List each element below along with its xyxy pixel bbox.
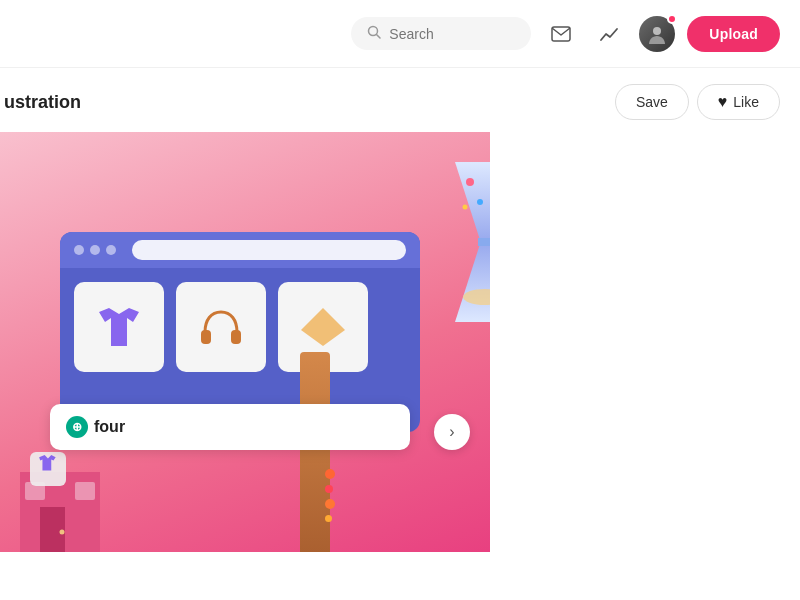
save-button[interactable]: Save (615, 84, 689, 120)
like-label: Like (733, 94, 759, 110)
notification-badge (667, 14, 677, 24)
search-input[interactable] (389, 26, 515, 42)
avatar-button[interactable] (639, 16, 675, 52)
search-icon (367, 25, 381, 42)
page-title: ustration (4, 92, 81, 113)
confetti-dot-3 (325, 499, 335, 509)
svg-line-1 (377, 35, 381, 39)
browser-url-bar (132, 240, 406, 260)
four-brand-text: four (94, 418, 125, 436)
confetti-dot-4 (325, 515, 332, 522)
action-buttons: Save ♥ Like (615, 84, 780, 120)
svg-rect-2 (552, 27, 570, 41)
tshirt-svg (93, 304, 145, 350)
content-area: ustration Save ♥ Like (0, 68, 800, 552)
confetti-group (325, 469, 335, 522)
svg-rect-4 (201, 330, 211, 344)
svg-point-8 (466, 178, 474, 186)
side-post (300, 352, 330, 552)
upload-button[interactable]: Upload (687, 16, 780, 52)
confetti-dot-1 (325, 469, 335, 479)
svg-point-10 (477, 199, 483, 205)
svg-point-12 (463, 205, 468, 210)
house-svg (10, 432, 110, 552)
product-card-tshirt (74, 282, 164, 372)
chevron-right-icon: › (449, 423, 454, 441)
diamond-svg (297, 304, 349, 350)
illustration-image: ⊕ four (0, 132, 490, 552)
svg-point-3 (653, 27, 661, 35)
browser-dot-1 (74, 245, 84, 255)
browser-dot-3 (106, 245, 116, 255)
four-logo: ⊕ four (66, 416, 125, 438)
four-brand-icon: ⊕ (66, 416, 88, 438)
header: Upload (0, 0, 800, 68)
browser-bar (60, 232, 420, 268)
browser-mockup: ⊕ four (60, 232, 420, 432)
svg-rect-5 (231, 330, 241, 344)
address-bar-overlay: ⊕ four (50, 404, 410, 450)
house-element (10, 432, 110, 552)
analytics-icon-button[interactable] (591, 16, 627, 52)
next-arrow-button[interactable]: › (434, 414, 470, 450)
mail-icon-button[interactable] (543, 16, 579, 52)
svg-rect-20 (40, 507, 65, 552)
svg-marker-6 (301, 308, 345, 346)
svg-rect-7 (478, 238, 490, 246)
heart-icon: ♥ (718, 93, 728, 111)
svg-rect-23 (75, 482, 95, 500)
browser-content (60, 268, 420, 386)
hourglass-3d-object (440, 152, 490, 332)
like-button[interactable]: ♥ Like (697, 84, 780, 120)
search-container[interactable] (351, 17, 531, 50)
product-card-headphones (176, 282, 266, 372)
headphones-svg (195, 304, 247, 350)
title-row: ustration Save ♥ Like (0, 68, 800, 132)
hourglass-svg (440, 152, 490, 332)
confetti-dot-2 (325, 485, 333, 493)
svg-point-21 (60, 530, 65, 535)
browser-dot-2 (90, 245, 100, 255)
